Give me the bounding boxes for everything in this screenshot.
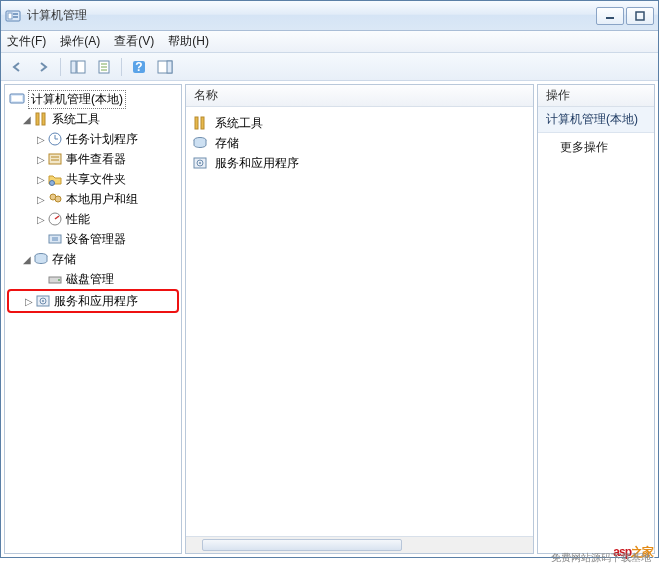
- tree-local-users[interactable]: ▷ 本地用户和组: [7, 189, 179, 209]
- list-item-label: 系统工具: [215, 115, 263, 132]
- tree-task-scheduler[interactable]: ▷ 任务计划程序: [7, 129, 179, 149]
- tree-root[interactable]: 计算机管理(本地): [7, 89, 179, 109]
- svg-rect-39: [195, 117, 198, 129]
- computer-icon: [9, 91, 25, 107]
- expand-icon[interactable]: ▷: [35, 134, 47, 145]
- tree-pane: 计算机管理(本地) ◢ 系统工具 ▷ 任务计划程序 ▷ 事件查看器: [4, 84, 182, 554]
- tree-device-manager[interactable]: 设备管理器: [7, 229, 179, 249]
- svg-rect-7: [77, 61, 85, 73]
- disk-icon: [47, 271, 63, 287]
- window-title: 计算机管理: [27, 7, 594, 24]
- action-pane-button[interactable]: [153, 56, 177, 78]
- list-item[interactable]: 服务和应用程序: [192, 153, 527, 173]
- event-icon: [47, 151, 63, 167]
- performance-icon: [47, 211, 63, 227]
- list-item[interactable]: 存储: [192, 133, 527, 153]
- toolbar: ?: [1, 53, 658, 81]
- menubar: 文件(F) 操作(A) 查看(V) 帮助(H): [1, 31, 658, 53]
- tools-icon: [192, 115, 208, 131]
- action-more[interactable]: 更多操作: [538, 133, 654, 162]
- svg-rect-17: [12, 96, 22, 101]
- tools-icon: [33, 111, 49, 127]
- expand-icon[interactable]: ▷: [35, 194, 47, 205]
- svg-rect-5: [636, 12, 644, 20]
- tree-label: 磁盘管理: [66, 271, 114, 288]
- shared-folder-icon: [47, 171, 63, 187]
- app-icon: [5, 8, 21, 24]
- menu-file[interactable]: 文件(F): [7, 33, 46, 50]
- device-icon: [47, 231, 63, 247]
- svg-rect-15: [167, 61, 172, 73]
- svg-rect-1: [8, 13, 12, 19]
- scrollbar-thumb[interactable]: [202, 539, 402, 551]
- tree-system-tools[interactable]: ◢ 系统工具: [7, 109, 179, 129]
- horizontal-scrollbar[interactable]: [186, 536, 533, 553]
- action-group-title: 计算机管理(本地): [538, 107, 654, 133]
- services-icon: [35, 293, 51, 309]
- tree-storage[interactable]: ◢ 存储: [7, 249, 179, 269]
- maximize-button[interactable]: [626, 7, 654, 25]
- tree-services-apps[interactable]: ▷ 服务和应用程序: [7, 289, 179, 313]
- help-button[interactable]: ?: [127, 56, 151, 78]
- list-item[interactable]: 系统工具: [192, 113, 527, 133]
- expand-icon[interactable]: ▷: [23, 296, 35, 307]
- svg-point-38: [42, 300, 44, 302]
- tree-label: 设备管理器: [66, 231, 126, 248]
- actions-pane: 操作 计算机管理(本地) 更多操作: [537, 84, 655, 554]
- tree-label: 服务和应用程序: [54, 293, 138, 310]
- toolbar-separator: [60, 58, 61, 76]
- svg-point-28: [55, 196, 61, 202]
- list-pane: 名称 系统工具 存储 服务和应用程序: [185, 84, 534, 554]
- svg-rect-32: [52, 237, 58, 241]
- tree-event-viewer[interactable]: ▷ 事件查看器: [7, 149, 179, 169]
- expand-icon[interactable]: ▷: [35, 154, 47, 165]
- tree-label: 事件查看器: [66, 151, 126, 168]
- svg-rect-23: [49, 154, 61, 164]
- tree-label: 存储: [52, 251, 76, 268]
- nav-back-button[interactable]: [5, 56, 29, 78]
- content-area: 计算机管理(本地) ◢ 系统工具 ▷ 任务计划程序 ▷ 事件查看器: [1, 81, 658, 557]
- tree-label: 性能: [66, 211, 90, 228]
- properties-button[interactable]: [92, 56, 116, 78]
- clock-icon: [47, 131, 63, 147]
- tree-label: 本地用户和组: [66, 191, 138, 208]
- nav-forward-button[interactable]: [31, 56, 55, 78]
- svg-rect-2: [13, 13, 18, 15]
- tree-label: 计算机管理(本地): [28, 90, 126, 109]
- window: 计算机管理 文件(F) 操作(A) 查看(V) 帮助(H) ? 计算机管理(本地…: [0, 0, 659, 558]
- watermark-subtitle: 免费网站源码下载基地: [551, 551, 651, 564]
- tree-label: 共享文件夹: [66, 171, 126, 188]
- storage-icon: [33, 251, 49, 267]
- svg-rect-6: [71, 61, 76, 73]
- tree-disk-management[interactable]: 磁盘管理: [7, 269, 179, 289]
- titlebar: 计算机管理: [1, 1, 658, 31]
- users-icon: [47, 191, 63, 207]
- tree-shared-folders[interactable]: ▷ 共享文件夹: [7, 169, 179, 189]
- storage-icon: [192, 135, 208, 151]
- actions-list: 计算机管理(本地) 更多操作: [538, 107, 654, 553]
- svg-point-26: [50, 181, 55, 186]
- menu-help[interactable]: 帮助(H): [168, 33, 209, 50]
- list: 系统工具 存储 服务和应用程序: [186, 107, 533, 536]
- list-item-label: 服务和应用程序: [215, 155, 299, 172]
- expand-icon[interactable]: ▷: [35, 214, 47, 225]
- svg-text:?: ?: [135, 60, 142, 74]
- collapse-icon[interactable]: ◢: [21, 114, 33, 125]
- list-item-label: 存储: [215, 135, 239, 152]
- services-icon: [192, 155, 208, 171]
- tree-label: 任务计划程序: [66, 131, 138, 148]
- toolbar-separator: [121, 58, 122, 76]
- expand-icon[interactable]: ▷: [35, 174, 47, 185]
- menu-action[interactable]: 操作(A): [60, 33, 100, 50]
- svg-rect-19: [42, 113, 45, 125]
- menu-view[interactable]: 查看(V): [114, 33, 154, 50]
- column-header-name[interactable]: 名称: [186, 85, 533, 107]
- collapse-icon[interactable]: ◢: [21, 254, 33, 265]
- svg-rect-40: [201, 117, 204, 129]
- tree-performance[interactable]: ▷ 性能: [7, 209, 179, 229]
- svg-rect-18: [36, 113, 39, 125]
- show-hide-tree-button[interactable]: [66, 56, 90, 78]
- minimize-button[interactable]: [596, 7, 624, 25]
- svg-rect-3: [13, 16, 18, 18]
- svg-point-35: [58, 279, 60, 281]
